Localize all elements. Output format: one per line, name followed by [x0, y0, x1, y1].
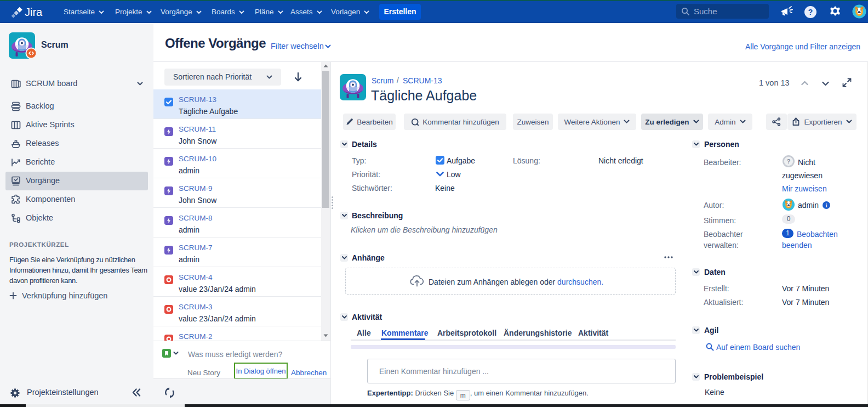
svg-text:i: i	[826, 203, 827, 208]
svg-text:?: ?	[787, 158, 791, 165]
svg-text:?: ?	[808, 8, 813, 16]
